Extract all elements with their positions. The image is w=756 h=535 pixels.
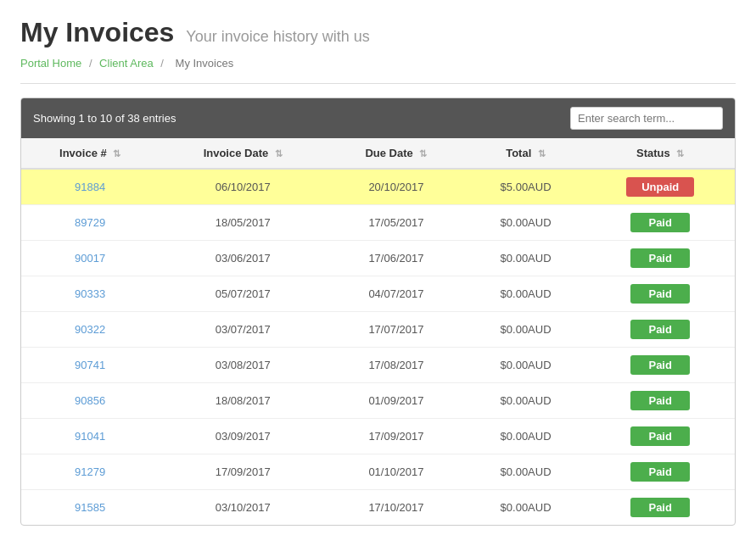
cell-status-8: Paid — [585, 454, 735, 490]
status-badge-8: Paid — [630, 462, 690, 482]
breadcrumb-portal-home[interactable]: Portal Home — [20, 57, 81, 70]
cell-invoice-5[interactable]: 90741 — [21, 348, 159, 383]
cell-total-2: $0.00AUD — [466, 241, 586, 276]
cell-inv-date-7: 03/09/2017 — [159, 419, 327, 454]
table-row: 90017 03/06/2017 17/06/2017 $0.00AUD Pai… — [21, 241, 735, 276]
table-row: 91041 03/09/2017 17/09/2017 $0.00AUD Pai… — [21, 419, 735, 454]
cell-total-7: $0.00AUD — [466, 419, 586, 454]
status-badge-6: Paid — [630, 391, 690, 410]
col-status[interactable]: Status ⇅ — [585, 138, 735, 169]
table-footer: Show 10 25 50 100 entries Previous 1 2 3… — [20, 526, 736, 535]
page-title: My Invoices — [20, 17, 174, 47]
cell-inv-date-5: 03/08/2017 — [159, 348, 327, 383]
cell-due-date-9: 17/10/2017 — [327, 490, 466, 526]
cell-invoice-4[interactable]: 90322 — [21, 312, 159, 348]
cell-invoice-9[interactable]: 91585 — [21, 490, 159, 526]
sort-icon-due: ⇅ — [419, 148, 427, 159]
cell-due-date-1: 17/05/2017 — [327, 205, 466, 241]
cell-total-1: $0.00AUD — [466, 205, 586, 241]
cell-invoice-0[interactable]: 91884 — [21, 169, 159, 205]
cell-total-9: $0.00AUD — [466, 490, 586, 526]
cell-invoice-7[interactable]: 91041 — [21, 419, 159, 454]
invoices-table-wrapper: Showing 1 to 10 of 38 entries Invoice # … — [20, 98, 736, 526]
invoices-table: Invoice # ⇅ Invoice Date ⇅ Due Date ⇅ To… — [21, 138, 735, 525]
cell-total-3: $0.00AUD — [466, 276, 586, 312]
table-header-row: Invoice # ⇅ Invoice Date ⇅ Due Date ⇅ To… — [21, 138, 735, 169]
col-invoice-date[interactable]: Invoice Date ⇅ — [159, 138, 327, 169]
cell-inv-date-1: 18/05/2017 — [159, 205, 327, 241]
table-row: 91279 17/09/2017 01/10/2017 $0.00AUD Pai… — [21, 454, 735, 490]
cell-status-6: Paid — [585, 383, 735, 419]
col-invoice-num[interactable]: Invoice # ⇅ — [21, 138, 159, 169]
table-row: 90322 03/07/2017 17/07/2017 $0.00AUD Pai… — [21, 312, 735, 348]
cell-inv-date-0: 06/10/2017 — [159, 169, 327, 205]
cell-invoice-1[interactable]: 89729 — [21, 205, 159, 241]
table-row: 91585 03/10/2017 17/10/2017 $0.00AUD Pai… — [21, 490, 735, 526]
cell-inv-date-8: 17/09/2017 — [159, 454, 327, 490]
status-badge-4: Paid — [630, 320, 690, 339]
breadcrumb-separator-2: / — [160, 57, 166, 70]
cell-invoice-6[interactable]: 90856 — [21, 383, 159, 419]
cell-total-6: $0.00AUD — [466, 383, 586, 419]
cell-status-9: Paid — [585, 490, 735, 526]
cell-due-date-4: 17/07/2017 — [327, 312, 466, 348]
cell-due-date-8: 01/10/2017 — [327, 454, 466, 490]
cell-total-4: $0.00AUD — [466, 312, 586, 348]
col-total[interactable]: Total ⇅ — [466, 138, 586, 169]
table-row: 90741 03/08/2017 17/08/2017 $0.00AUD Pai… — [21, 348, 735, 383]
table-row: 90856 18/08/2017 01/09/2017 $0.00AUD Pai… — [21, 383, 735, 419]
sort-icon-invoice: ⇅ — [113, 148, 120, 159]
status-badge-7: Paid — [630, 426, 690, 446]
page-subtitle: Your invoice history with us — [186, 28, 369, 45]
cell-inv-date-9: 03/10/2017 — [159, 490, 327, 526]
cell-due-date-6: 01/09/2017 — [327, 383, 466, 419]
cell-status-7: Paid — [585, 419, 735, 454]
cell-total-8: $0.00AUD — [466, 454, 586, 490]
showing-entries-text: Showing 1 to 10 of 38 entries — [33, 112, 176, 125]
cell-inv-date-4: 03/07/2017 — [159, 312, 327, 348]
cell-status-3: Paid — [585, 276, 735, 312]
cell-invoice-8[interactable]: 91279 — [21, 454, 159, 490]
cell-due-date-7: 17/09/2017 — [327, 419, 466, 454]
cell-due-date-2: 17/06/2017 — [327, 241, 466, 276]
cell-invoice-3[interactable]: 90333 — [21, 276, 159, 312]
table-row: 90333 05/07/2017 04/07/2017 $0.00AUD Pai… — [21, 276, 735, 312]
breadcrumb-client-area[interactable]: Client Area — [99, 57, 154, 70]
sort-icon-status: ⇅ — [676, 148, 684, 159]
status-badge-0: Unpaid — [626, 177, 694, 197]
page-divider — [20, 83, 736, 84]
status-badge-2: Paid — [630, 248, 690, 268]
table-header-bar: Showing 1 to 10 of 38 entries — [21, 98, 735, 138]
cell-status-4: Paid — [585, 312, 735, 348]
status-badge-3: Paid — [630, 284, 690, 304]
sort-icon-date: ⇅ — [275, 148, 283, 159]
cell-inv-date-3: 05/07/2017 — [159, 276, 327, 312]
sort-icon-total: ⇅ — [538, 148, 546, 159]
status-badge-1: Paid — [630, 213, 690, 232]
cell-status-0: Unpaid — [585, 169, 735, 205]
status-badge-9: Paid — [630, 498, 690, 517]
cell-total-0: $5.00AUD — [466, 169, 586, 205]
cell-status-1: Paid — [585, 205, 735, 241]
status-badge-5: Paid — [630, 355, 690, 375]
col-due-date[interactable]: Due Date ⇅ — [327, 138, 466, 169]
breadcrumb: Portal Home / Client Area / My Invoices — [20, 57, 736, 70]
table-row: 89729 18/05/2017 17/05/2017 $0.00AUD Pai… — [21, 205, 735, 241]
breadcrumb-separator-1: / — [89, 57, 95, 70]
table-row: 91884 06/10/2017 20/10/2017 $5.00AUD Unp… — [21, 169, 735, 205]
breadcrumb-current: My Invoices — [176, 57, 234, 70]
cell-total-5: $0.00AUD — [466, 348, 586, 383]
cell-inv-date-2: 03/06/2017 — [159, 241, 327, 276]
cell-due-date-0: 20/10/2017 — [327, 169, 466, 205]
cell-status-2: Paid — [585, 241, 735, 276]
cell-due-date-5: 17/08/2017 — [327, 348, 466, 383]
search-input[interactable] — [570, 107, 723, 130]
cell-inv-date-6: 18/08/2017 — [159, 383, 327, 419]
cell-invoice-2[interactable]: 90017 — [21, 241, 159, 276]
cell-due-date-3: 04/07/2017 — [327, 276, 466, 312]
cell-status-5: Paid — [585, 348, 735, 383]
